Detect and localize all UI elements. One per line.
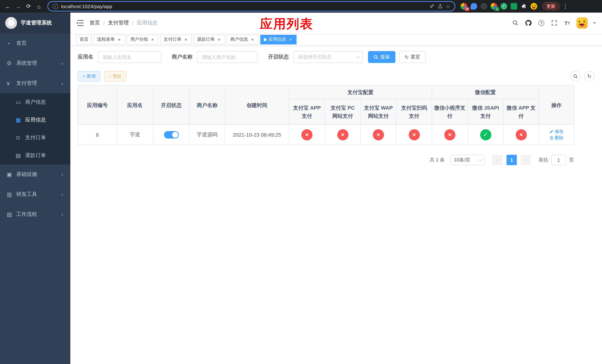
extension-icon[interactable] <box>531 3 537 10</box>
tab-merchant-info[interactable]: 商户信息 × <box>227 35 258 44</box>
extension-icon[interactable] <box>481 3 487 10</box>
tab-close-icon[interactable]: × <box>216 37 222 42</box>
tab-app-info[interactable]: 应用信息 × <box>260 35 297 44</box>
toggle-search-button[interactable] <box>570 71 580 81</box>
sidebar-item-app-info[interactable]: ▦ 应用信息 <box>0 111 70 129</box>
extension-icon[interactable]: 1 <box>491 3 497 10</box>
cell-alipay-wap: × <box>360 125 396 145</box>
extension-icon[interactable]: 10 <box>461 3 467 10</box>
tab-close-icon[interactable]: × <box>117 37 122 42</box>
sidebar-item-refund-orders[interactable]: ▤ 退款订单 <box>0 147 70 164</box>
tab-close-icon[interactable]: × <box>183 37 188 42</box>
merchant-name-input[interactable] <box>197 51 258 63</box>
chevron-down-icon: ∨ <box>61 213 64 216</box>
page-size-select[interactable]: 10条/页 <box>451 155 485 165</box>
extension-icon[interactable] <box>511 3 517 10</box>
url-text[interactable]: localhost:1024/pay/app <box>61 3 112 9</box>
extension-badge: 10 <box>465 7 469 11</box>
tab-pay-orders[interactable]: 支付订单 × <box>160 35 192 44</box>
alipay-app-status-icon: × <box>301 129 312 140</box>
extension-icon[interactable] <box>501 3 507 10</box>
edit-link[interactable]: 修改 <box>549 128 563 135</box>
prev-page-button[interactable]: ‹ <box>492 155 503 165</box>
sidebar-item-infrastructure[interactable]: ▣ 基础设施 ∨ <box>0 164 70 184</box>
tab-refund-orders[interactable]: 退款订单 × <box>194 35 225 44</box>
help-icon[interactable]: ? <box>538 19 545 27</box>
col-group-alipay: 支付宝配置 <box>289 85 432 99</box>
app-name-input[interactable] <box>98 51 161 63</box>
extension-badge: 1 <box>495 7 499 11</box>
user-avatar[interactable] <box>576 17 588 29</box>
status-switch[interactable] <box>164 131 179 139</box>
page-title-annotation: 应用列表 <box>260 16 313 32</box>
sidebar-item-dev-tools[interactable]: ▥ 研发工具 ∨ <box>0 184 70 204</box>
avatar-caret-icon[interactable] <box>593 22 596 24</box>
goto-page-input[interactable] <box>551 155 566 165</box>
font-size-icon[interactable]: TT <box>563 19 571 27</box>
browser-home-icon[interactable]: ⌂ <box>34 1 44 11</box>
main-area: 首页 / 支付管理 / 应用信息 应用列表 ? TT <box>70 13 602 364</box>
tabs-bar: 首页 流程表单 × 用户分组 × 支付订单 × 退款订单 × <box>70 33 602 46</box>
cell-app-name: 芋道 <box>117 125 153 145</box>
alipay-wap-status-icon: × <box>373 129 384 140</box>
search-button[interactable]: 搜索 <box>368 51 395 63</box>
tools-icon: ▥ <box>7 191 16 198</box>
sidebar-item-pay-orders[interactable]: ⊙ 支付订单 <box>0 129 70 147</box>
browser-reload-icon[interactable]: ⟳ <box>24 1 33 11</box>
add-button[interactable]: + 新增 <box>78 71 100 81</box>
cell-created: 2021-10-23 08:49:25 <box>225 125 289 145</box>
address-bar[interactable]: i localhost:1024/pay/app ☆ <box>47 1 455 11</box>
tab-label: 商户信息 <box>230 36 248 43</box>
bookmark-star-icon[interactable]: ☆ <box>446 3 450 9</box>
sidebar-item-workflow[interactable]: ▧ 工作流程 ∨ <box>0 204 70 225</box>
tab-process-form[interactable]: 流程表单 × <box>94 35 125 44</box>
table-row: 6 芋道 芋道源码 2021-10-23 08:49:25 × × × × × … <box>78 125 574 145</box>
status-select[interactable]: 请选择开启状态 <box>293 51 363 63</box>
browser-back-icon[interactable]: ← <box>3 1 13 11</box>
col-merchant: 商户名称 <box>189 85 225 125</box>
fullscreen-icon[interactable] <box>550 19 558 27</box>
password-key-icon[interactable] <box>430 4 435 9</box>
share-icon[interactable] <box>438 4 443 9</box>
tab-close-icon[interactable]: × <box>250 37 255 42</box>
cell-merchant: 芋道源码 <box>189 125 225 145</box>
reset-button[interactable]: ↻ 重置 <box>399 51 426 63</box>
col-app-id: 应用编号 <box>78 85 117 125</box>
add-button-label: 新增 <box>87 73 96 79</box>
yen-icon: ¥ <box>7 80 16 86</box>
browser-forward-icon[interactable]: → <box>13 1 23 11</box>
browser-update-button[interactable]: 更新 <box>542 2 559 10</box>
export-button[interactable]: ↓ 导出 <box>104 71 126 81</box>
github-icon[interactable] <box>525 19 532 27</box>
tab-label: 用户分组 <box>130 36 148 43</box>
extension-icon[interactable] <box>471 3 477 10</box>
chevron-up-icon: ∧ <box>61 82 64 85</box>
tab-close-icon[interactable]: × <box>288 37 293 42</box>
sidebar-item-system[interactable]: ⚙ 系统管理 ∨ <box>0 53 70 73</box>
extensions-puzzle-icon[interactable] <box>521 3 527 10</box>
sidebar-item-merchant-info[interactable]: ▭ 商户信息 <box>0 93 70 111</box>
tab-close-icon[interactable]: × <box>150 37 155 42</box>
sidebar-logo[interactable]: 芋道管理系统 <box>0 13 70 33</box>
sidebar-item-payment[interactable]: ¥ 支付管理 ∧ <box>0 73 70 93</box>
filter-form: 应用名 商户名称 开启状态 请选择开启状态 搜索 ↻ 重置 <box>78 51 595 63</box>
cell-alipay-qr: × <box>396 125 432 145</box>
browser-menu-icon[interactable]: ⋮ <box>562 1 569 11</box>
alipay-pc-status-icon: × <box>337 129 348 140</box>
chevron-down-icon <box>356 55 360 58</box>
cell-wechat-jsapi: ✓ <box>468 125 503 145</box>
page-number-button[interactable]: 1 <box>506 155 517 165</box>
delete-link[interactable]: 删除 <box>549 135 563 141</box>
tab-user-group[interactable]: 用户分组 × <box>127 35 159 44</box>
page-content: 应用名 商户名称 开启状态 请选择开启状态 搜索 ↻ 重置 <box>70 46 602 170</box>
next-page-button[interactable]: › <box>521 155 531 165</box>
tab-home[interactable]: 首页 <box>76 35 92 44</box>
site-info-icon[interactable]: i <box>53 3 58 9</box>
breadcrumb-home[interactable]: 首页 <box>90 20 100 26</box>
search-icon[interactable] <box>512 19 519 27</box>
col-status: 开启状态 <box>153 85 189 125</box>
sidebar-toggle-icon[interactable] <box>76 20 84 26</box>
refresh-table-button[interactable]: ↻ <box>584 71 595 81</box>
sidebar-item-home[interactable]: ◔ 首页 <box>0 33 70 53</box>
pagination: 共 1 条 10条/页 ‹ 1 › 前往 页 <box>78 155 574 165</box>
